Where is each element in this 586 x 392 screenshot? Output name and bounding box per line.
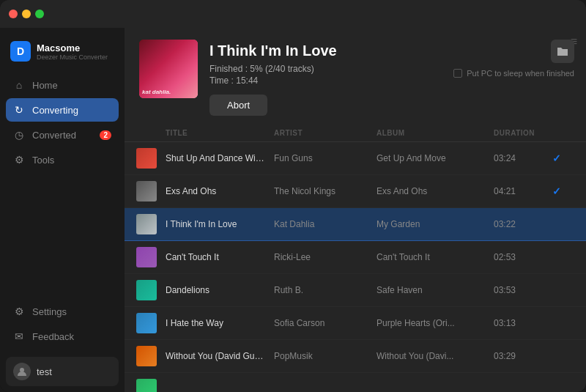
table-row[interactable]: I Hate the Way Sofia Carson Purple Heart… [125,307,586,340]
header-right: Put PC to sleep when finished [453,40,574,78]
sleep-checkbox[interactable] [453,69,462,78]
track-thumbnail [136,280,157,300]
track-duration-cell: 03:22 [494,219,552,229]
sidebar-item-label-settings: Settings [32,306,67,317]
track-thumbnail [136,247,157,267]
main-header: kat dahlia. I Think I'm In Love Finished… [125,28,586,125]
track-duration-cell: 03:53 [494,285,552,295]
home-icon: ⌂ [13,79,25,91]
sidebar-item-tools[interactable]: ⚙ Tools [6,148,119,171]
track-title-cell: Shut Up And Dance With Me [166,153,274,163]
table-row[interactable]: Without You (David Guetta feat. Usher ..… [125,340,586,373]
track-duration-cell: 03:29 [494,351,552,361]
track-duration-cell: 04:21 [494,186,552,196]
app-window: D Macsome Deezer Music Converter ⌂ Home … [0,0,586,392]
track-duration-cell: 03:13 [494,318,552,328]
album-art: kat dahlia. [139,40,198,98]
sidebar: D Macsome Deezer Music Converter ⌂ Home … [0,28,125,392]
track-duration-cell: 03:24 [494,153,552,163]
track-thumbnail [136,181,157,201]
sidebar-item-feedback[interactable]: ✉ Feedback [6,325,119,348]
user-name: test [37,366,52,377]
sidebar-item-converting[interactable]: ↻ Converting [6,98,119,122]
user-section[interactable]: test [6,357,119,386]
tools-icon: ⚙ [13,154,25,166]
track-thumbnail [136,148,157,169]
track-title-cell: Without You (David Guetta feat. Usher ..… [166,351,274,361]
track-thumbnail [136,214,157,234]
settings-icon: ⚙ [13,306,25,317]
main-content: ≡ kat dahlia. I Think I'm In Love Finish… [125,28,586,392]
track-artist-cell: The Nicol Kings [274,186,377,196]
traffic-lights [9,10,44,18]
table-row[interactable]: Dandelions Ruth B. Safe Haven 03:53 [125,274,586,307]
logo-text: Macsome Deezer Music Converter [37,42,108,61]
sidebar-item-label-tools: Tools [32,155,54,166]
avatar [13,363,31,380]
track-duration-cell: 02:53 [494,252,552,262]
table-row-active[interactable]: I Think I'm In Love Kat Dahlia My Garden… [125,208,586,241]
sidebar-nav: ⌂ Home ↻ Converting ◷ Converted 2 ⚙ Tool… [0,73,125,294]
app-subtitle: Deezer Music Converter [37,53,108,61]
close-button[interactable] [9,10,18,18]
track-artist-cell: PopMusik [274,351,377,361]
table-row[interactable]: Can't Touch It Ricki-Lee Can't Touch It … [125,241,586,274]
track-album-cell: Can't Touch It [377,252,494,262]
minimize-button[interactable] [22,10,31,18]
converting-icon: ↻ [13,104,25,116]
converted-icon: ◷ [13,129,25,141]
converted-badge: 2 [100,130,111,140]
track-table: TITLE ARTIST ALBUM DURATION Shut Up And … [125,125,586,392]
track-artist-cell: Fun Guns [274,153,377,163]
sleep-option[interactable]: Put PC to sleep when finished [453,69,574,78]
album-art-image: kat dahlia. [139,40,198,98]
header-album: ALBUM [377,129,494,137]
track-album-cell: My Garden [377,219,494,229]
titlebar [0,0,586,28]
track-artist-cell: Ruth B. [274,285,377,295]
track-album-cell: Purple Hearts (Ori... [377,318,494,328]
sidebar-item-home[interactable]: ⌂ Home [6,73,119,97]
sidebar-item-label-feedback: Feedback [32,331,74,342]
track-status-check: ✓ [552,152,574,164]
track-thumbnail [136,346,157,366]
track-album-cell: Safe Haven [377,285,494,295]
folder-button[interactable] [551,40,574,63]
app-logo-icon: D [10,41,31,62]
track-artist-cell: Ricki-Lee [274,252,377,262]
sidebar-item-converted[interactable]: ◷ Converted 2 [6,123,119,147]
track-album-cell: Without You (Davi... [377,351,494,361]
track-status-check: ✓ [552,185,574,197]
track-title-cell: I Hate the Way [166,318,274,328]
table-row[interactable] [125,373,586,392]
table-row[interactable]: Exs And Ohs The Nicol Kings Exs And Ohs … [125,175,586,208]
track-title-cell: I Think I'm In Love [166,219,274,229]
track-title-cell: Exs And Ohs [166,186,274,196]
header-artist: ARTIST [274,129,377,137]
track-title-cell: Dandelions [166,285,274,295]
maximize-button[interactable] [35,10,44,18]
sleep-label: Put PC to sleep when finished [467,69,574,78]
album-art-label: kat dahlia. [142,89,171,95]
track-thumbnail [136,379,157,392]
table-row[interactable]: Shut Up And Dance With Me Fun Guns Get U… [125,142,586,175]
table-header: TITLE ARTIST ALBUM DURATION [125,125,586,142]
track-artist-cell: Sofia Carson [274,318,377,328]
track-album-cell: Exs And Ohs [377,186,494,196]
abort-button[interactable]: Abort [209,95,267,116]
sidebar-logo: D Macsome Deezer Music Converter [0,34,125,73]
content-area: D Macsome Deezer Music Converter ⌂ Home … [0,28,586,392]
track-album-cell: Get Up And Move [377,153,494,163]
sidebar-item-label-home: Home [32,80,58,91]
header-title: TITLE [166,129,274,137]
feedback-icon: ✉ [13,330,25,342]
track-artist-cell: Kat Dahlia [274,219,377,229]
sidebar-item-label-converting: Converting [32,105,78,116]
app-name: Macsome [37,42,108,53]
sidebar-bottom: ⚙ Settings ✉ Feedback [0,294,125,354]
sidebar-item-settings[interactable]: ⚙ Settings [6,300,119,323]
header-duration: DURATION [494,129,552,137]
track-title-cell: Can't Touch It [166,252,274,262]
track-thumbnail [136,313,157,333]
sidebar-item-label-converted: Converted [32,130,76,141]
